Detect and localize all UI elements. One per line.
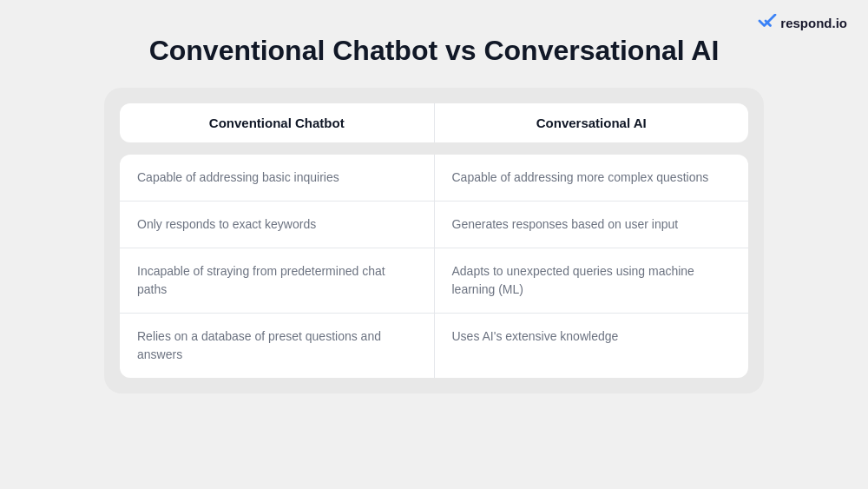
cell-col2-0: Capable of addressing more complex quest… — [435, 155, 749, 201]
cell-col1-1: Only responds to exact keywords — [120, 202, 435, 248]
cell-col2-1: Generates responses based on user input — [435, 202, 749, 248]
header-col1: Conventional Chatbot — [120, 103, 435, 142]
logo-text: respond.io — [780, 16, 847, 30]
table-body: Capable of addressing basic inquiriesCap… — [120, 155, 748, 378]
page-title: Conventional Chatbot vs Conversational A… — [149, 35, 720, 67]
cell-col1-2: Incapable of straying from predetermined… — [120, 248, 435, 313]
table-row: Only responds to exact keywordsGenerates… — [120, 202, 748, 248]
table-row: Capable of addressing basic inquiriesCap… — [120, 155, 748, 202]
comparison-card: Conventional Chatbot Conversational AI C… — [104, 88, 764, 393]
cell-col1-0: Capable of addressing basic inquiries — [120, 155, 435, 201]
logo-icon — [758, 14, 777, 32]
table-row: Relies on a database of preset questions… — [120, 314, 748, 378]
header-col2: Conversational AI — [435, 103, 749, 142]
table-row: Incapable of straying from predetermined… — [120, 248, 748, 314]
page-container: respond.io Conventional Chatbot vs Conve… — [0, 0, 868, 489]
cell-col2-2: Adapts to unexpected queries using machi… — [435, 248, 749, 313]
cell-col2-3: Uses AI's extensive knowledge — [435, 314, 749, 378]
cell-col1-3: Relies on a database of preset questions… — [120, 314, 435, 378]
logo: respond.io — [758, 14, 847, 32]
table-header: Conventional Chatbot Conversational AI — [120, 103, 748, 142]
